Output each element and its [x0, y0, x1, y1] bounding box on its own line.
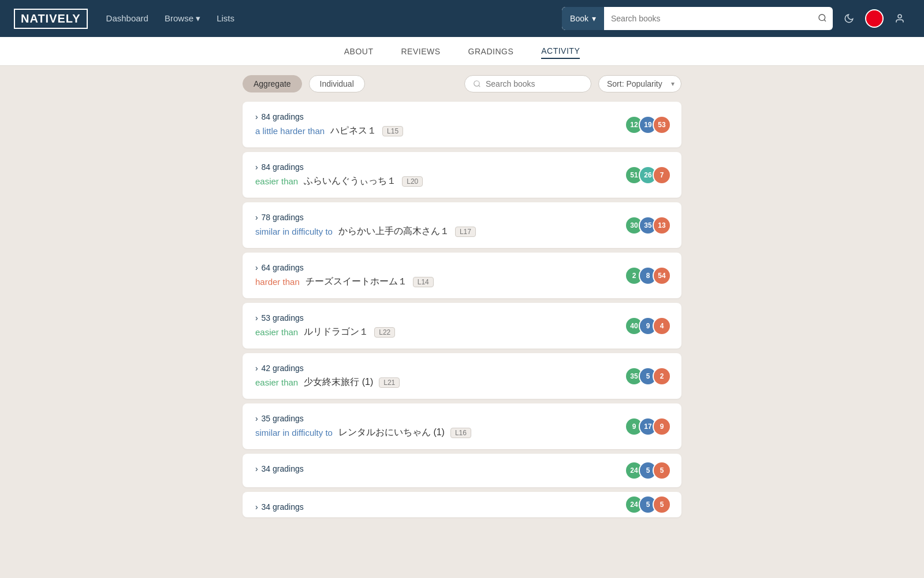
book-title: レンタルおにいちゃん (1): [338, 427, 445, 439]
difficulty-label: a little harder than: [255, 126, 325, 136]
expand-arrow-icon: ›: [255, 502, 258, 512]
avatar-circle: 2: [653, 367, 671, 386]
avatar-circle: 7: [653, 166, 671, 184]
book-card-partial[interactable]: › 34 gradings 24 5 5: [243, 492, 681, 517]
expand-arrow-icon: ›: [255, 162, 258, 172]
book-title-row: easier than ルリドラゴン１ L22: [255, 326, 669, 338]
book-card[interactable]: › 84 gradings easier than ふらいんぐうぃっち１ L20…: [243, 152, 681, 198]
filter-bar: Aggregate Individual Sort: Popularity So…: [0, 66, 924, 102]
avatar-group: 2854: [625, 266, 671, 285]
avatar-circle: 53: [653, 116, 671, 134]
svg-point-2: [898, 14, 901, 18]
level-badge: L17: [455, 227, 476, 237]
book-card[interactable]: › 42 gradings easier than 少女終末旅行 (1) L21…: [243, 353, 681, 399]
search-input[interactable]: [604, 7, 812, 30]
book-card[interactable]: › 84 gradings a little harder than ハピネス１…: [243, 102, 681, 147]
expand-arrow-icon: ›: [255, 364, 258, 373]
expand-arrow-icon: ›: [255, 263, 258, 272]
search-submit-button[interactable]: [812, 9, 833, 29]
level-badge: L20: [402, 176, 423, 187]
book-title-row: easier than 少女終末旅行 (1) L21: [255, 376, 669, 388]
gradings-row: › 64 gradings: [255, 263, 669, 272]
nav-lists[interactable]: Lists: [217, 13, 234, 24]
gradings-row: › 84 gradings: [255, 162, 669, 172]
gradings-row: › 78 gradings: [255, 213, 669, 222]
book-title: ルリドラゴン１: [304, 326, 368, 338]
book-title: ふらいんぐうぃっち１: [304, 175, 396, 187]
difficulty-label: easier than: [255, 327, 298, 337]
subnav-reviews[interactable]: REVIEWS: [401, 45, 440, 58]
avatar-circle: 54: [653, 266, 671, 285]
filter-search-input[interactable]: [486, 79, 578, 88]
book-title-row: similar in difficulty to からかい上手の高木さん１ L1…: [255, 225, 669, 238]
subnav-activity[interactable]: ACTIVITY: [541, 44, 580, 59]
filter-individual-tab[interactable]: Individual: [309, 75, 365, 92]
moon-icon: [844, 13, 854, 24]
book-card[interactable]: › 34 gradings 2455: [243, 454, 681, 487]
avatar-group: 4094: [625, 317, 671, 335]
svg-line-4: [479, 86, 480, 87]
search-type-button[interactable]: Book ▾: [562, 7, 604, 30]
book-title-row: harder than チーズスイートホーム１ L14: [255, 276, 669, 288]
level-badge: L15: [382, 126, 403, 136]
filter-search-icon: [473, 80, 481, 88]
level-badge: L16: [450, 428, 471, 438]
avatar-circle: 13: [653, 216, 671, 235]
book-title-row: similar in difficulty to レンタルおにいちゃん (1) …: [255, 427, 669, 439]
avatar-circle: 4: [653, 317, 671, 335]
sub-nav: ABOUT REVIEWS GRADINGS ACTIVITY: [0, 37, 924, 66]
search-wrapper: Book ▾: [562, 7, 833, 30]
sort-select[interactable]: Sort: Popularity Sort: Date: [598, 75, 681, 92]
avatar-group: 24 5 5: [625, 495, 671, 514]
expand-arrow-icon: ›: [255, 112, 258, 121]
gradings-row: › 35 gradings: [255, 414, 669, 423]
level-badge: L21: [379, 377, 400, 388]
gradings-row: › 34 gradings: [255, 502, 669, 512]
nav-dashboard[interactable]: Dashboard: [106, 13, 148, 24]
avatar-group: 51267: [625, 166, 671, 184]
svg-point-3: [474, 81, 479, 86]
avatar-group: 121953: [625, 116, 671, 134]
gradings-count: › 64 gradings: [255, 263, 304, 272]
book-title: からかい上手の高木さん１: [338, 225, 449, 238]
gradings-count: › 84 gradings: [255, 112, 304, 121]
gradings-count: › 42 gradings: [255, 364, 304, 373]
search-icon: [818, 13, 827, 23]
gradings-row: › 84 gradings: [255, 112, 669, 121]
logo[interactable]: NATIVELY: [14, 9, 88, 29]
svg-point-0: [819, 14, 825, 21]
language-flag[interactable]: [865, 9, 884, 28]
gradings-count: › 84 gradings: [255, 162, 304, 172]
book-card[interactable]: › 64 gradings harder than チーズスイートホーム１ L1…: [243, 253, 681, 298]
book-title: ハピネス１: [330, 125, 377, 137]
subnav-gradings[interactable]: GRADINGS: [468, 45, 514, 58]
nav-links: Dashboard Browse ▾ Lists: [106, 13, 234, 24]
filter-aggregate-tab[interactable]: Aggregate: [243, 75, 302, 92]
book-list: › 84 gradings a little harder than ハピネス１…: [0, 102, 924, 545]
book-card[interactable]: › 53 gradings easier than ルリドラゴン１ L22 40…: [243, 303, 681, 349]
avatar-circle: 5: [653, 495, 671, 514]
dark-mode-button[interactable]: [839, 8, 859, 29]
sort-wrapper: Sort: Popularity Sort: Date: [598, 75, 681, 92]
difficulty-label: harder than: [255, 277, 300, 287]
subnav-about[interactable]: ABOUT: [344, 45, 374, 58]
user-profile-button[interactable]: [889, 8, 910, 29]
expand-arrow-icon: ›: [255, 313, 258, 323]
browse-chevron-icon: ▾: [196, 13, 200, 23]
avatar-group: 9179: [625, 417, 671, 436]
nav-right: Book ▾: [562, 7, 910, 30]
expand-arrow-icon: ›: [255, 414, 258, 423]
book-card[interactable]: › 35 gradings similar in difficulty to レ…: [243, 403, 681, 449]
search-type-chevron-icon: ▾: [592, 14, 596, 23]
book-title: 少女終末旅行 (1): [304, 376, 373, 388]
avatar-circle: 5: [653, 461, 671, 480]
nav-browse[interactable]: Browse ▾: [165, 13, 200, 24]
book-title-row: a little harder than ハピネス１ L15: [255, 125, 669, 137]
book-card[interactable]: › 78 gradings similar in difficulty to か…: [243, 202, 681, 248]
difficulty-label: easier than: [255, 176, 298, 186]
gradings-count: › 34 gradings: [255, 464, 304, 473]
avatar-group: 2455: [625, 461, 671, 480]
level-badge: L22: [374, 327, 395, 338]
expand-arrow-icon: ›: [255, 213, 258, 222]
difficulty-label: similar in difficulty to: [255, 227, 333, 236]
